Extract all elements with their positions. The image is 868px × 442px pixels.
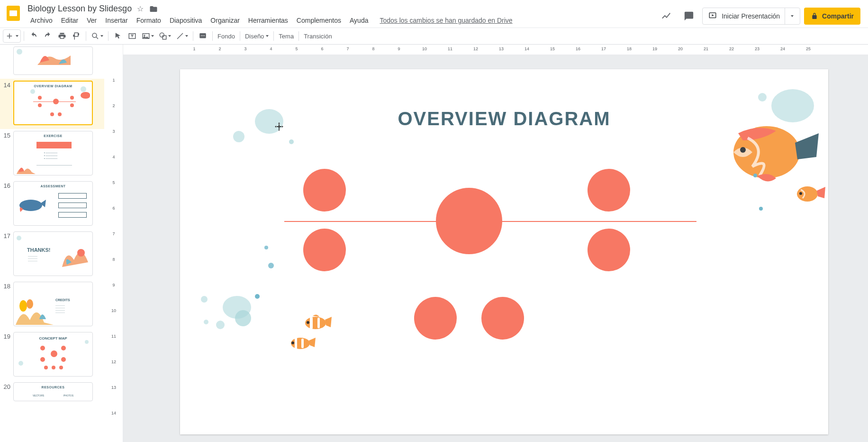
layout-button[interactable]: Diseño: [243, 29, 271, 43]
menu-ayuda[interactable]: Ayuda: [346, 15, 372, 26]
svg-point-11: [77, 249, 85, 257]
vertical-ruler[interactable]: 1 2 3 4 5 6 7 8 9 10 11 12 13 14: [104, 45, 123, 442]
move-to-folder-icon[interactable]: [149, 5, 158, 13]
diagram-node[interactable]: [303, 229, 346, 271]
diagram-node[interactable]: [414, 297, 457, 340]
comments-icon[interactable]: [679, 7, 698, 26]
menu-complementos[interactable]: Complementos: [293, 15, 345, 26]
thumbnail-15[interactable]: 15 EXERCISE • —————• —————• ————— ——————…: [0, 129, 104, 179]
paint-format-button[interactable]: [70, 29, 83, 43]
diagram-node[interactable]: [303, 169, 346, 212]
menu-insertar[interactable]: Insertar: [101, 15, 131, 26]
header-actions: Iniciar Presentación Compartir: [657, 2, 864, 26]
present-button[interactable]: Iniciar Presentación: [702, 8, 800, 25]
star-icon[interactable]: ☆: [136, 4, 145, 13]
fish-illustration[interactable]: [794, 182, 825, 206]
clownfish-illustration[interactable]: [303, 314, 332, 332]
svg-rect-8: [163, 36, 166, 39]
diagram-node[interactable]: [588, 229, 630, 271]
save-status[interactable]: Todos los cambios se han guardado en Dri…: [380, 15, 512, 26]
toolbar: Fondo Diseño Tema Transición: [0, 28, 868, 45]
thumbnail-canvas: CONCEPT MAP: [13, 332, 93, 377]
present-label: Iniciar Presentación: [722, 12, 780, 20]
slides-logo[interactable]: [4, 4, 23, 23]
bubble-decoration[interactable]: [255, 294, 260, 299]
textbox-tool[interactable]: [126, 29, 139, 43]
thumbnail-19[interactable]: 19 CONCEPT MAP: [0, 330, 104, 380]
svg-point-3: [92, 33, 97, 37]
svg-rect-19: [310, 317, 313, 329]
lock-icon: [811, 12, 818, 20]
undo-button[interactable]: [27, 29, 40, 43]
bubble-decoration[interactable]: [753, 174, 757, 177]
thumbnail-20[interactable]: 20 RESOURCES VECTORS PHOTOS: [0, 380, 104, 401]
print-button[interactable]: [55, 29, 69, 43]
caret-down-icon: [168, 35, 171, 37]
thumbnail-18[interactable]: 18 CREDITS ————————————————————: [0, 280, 104, 330]
present-icon: [708, 11, 717, 21]
thumbnail-16[interactable]: 16 ASSESSMENT: [0, 179, 104, 230]
menu-editar[interactable]: Editar: [57, 15, 82, 26]
svg-point-15: [740, 147, 746, 153]
menu-formato[interactable]: Formato: [133, 15, 165, 26]
document-title[interactable]: Biology Lesson by Slidesgo: [27, 4, 132, 14]
new-slide-button[interactable]: [3, 29, 21, 43]
bubble-decoration[interactable]: [235, 310, 251, 326]
transition-button[interactable]: Transición: [302, 29, 334, 43]
horizontal-ruler[interactable]: 1 2 3 4 5 6 7 8 9 10 11 12 13 14 15 16 1…: [123, 45, 868, 55]
fish-illustration[interactable]: [724, 114, 819, 190]
bubble-decoration[interactable]: [759, 207, 763, 211]
thumbnail-canvas: THANKS! ———————————————: [13, 231, 93, 276]
bubble-decoration[interactable]: [201, 296, 208, 303]
thumbnail-canvas: CREDITS ————————————————————: [13, 282, 93, 326]
select-tool[interactable]: [111, 29, 125, 43]
theme-button[interactable]: Tema: [277, 29, 296, 43]
menu-ver[interactable]: Ver: [83, 15, 100, 26]
caret-down-icon: [151, 35, 154, 37]
clownfish-illustration[interactable]: [289, 335, 316, 352]
menu-organizar[interactable]: Organizar: [207, 15, 243, 26]
menu-bar: Archivo Editar Ver Insertar Formato Diap…: [25, 14, 657, 26]
bubble-decoration[interactable]: [204, 320, 208, 324]
zoom-button[interactable]: [89, 29, 105, 43]
shape-tool[interactable]: [157, 29, 173, 43]
thumbnail-panel[interactable]: 14 OVERVIEW DIAGRAM 15 EXERCISE: [0, 45, 104, 442]
caret-down-icon: [791, 15, 794, 17]
menu-archivo[interactable]: Archivo: [27, 15, 56, 26]
share-button[interactable]: Compartir: [804, 8, 860, 25]
present-dropdown[interactable]: [785, 8, 798, 24]
menu-herramientas[interactable]: Herramientas: [244, 15, 292, 26]
bubble-decoration[interactable]: [264, 246, 268, 249]
background-button[interactable]: Fondo: [216, 29, 237, 43]
app-header: Biology Lesson by Slidesgo ☆ Archivo Edi…: [0, 0, 868, 28]
svg-rect-24: [301, 339, 304, 348]
bubble-decoration[interactable]: [233, 131, 244, 142]
stage-wrapper: 1 2 3 4 5 6 7 8 9 10 11 12 13 14 15 16 1…: [123, 45, 868, 442]
slide-canvas[interactable]: OVERVIEW DIAGRAM: [180, 69, 828, 434]
line-tool[interactable]: [174, 29, 190, 43]
svg-rect-20: [317, 318, 320, 328]
thumbnail-canvas: OVERVIEW DIAGRAM: [13, 81, 93, 125]
bubble-decoration[interactable]: [216, 321, 225, 329]
svg-point-25: [291, 341, 294, 344]
svg-point-17: [799, 192, 802, 195]
diagram-node[interactable]: [481, 297, 524, 340]
comment-button[interactable]: [196, 29, 209, 43]
bubble-decoration[interactable]: [289, 139, 294, 144]
slide-stage[interactable]: OVERVIEW DIAGRAM: [123, 55, 868, 442]
thumbnail-canvas: [13, 46, 93, 75]
bubble-decoration[interactable]: [268, 263, 274, 268]
image-tool[interactable]: [140, 29, 156, 43]
thumbnail-canvas: EXERCISE • —————• —————• ————— —————————…: [13, 131, 93, 175]
bubble-decoration[interactable]: [758, 93, 767, 101]
thumbnail-17[interactable]: 17 THANKS! ———————————————: [0, 230, 104, 280]
caret-down-icon: [16, 35, 18, 37]
redo-button[interactable]: [41, 29, 54, 43]
activity-icon[interactable]: [657, 7, 676, 26]
thumbnail-14[interactable]: 14 OVERVIEW DIAGRAM: [0, 79, 104, 129]
diagram-node-center[interactable]: [436, 188, 502, 254]
thumbnail-13[interactable]: [0, 46, 104, 79]
menu-diapositiva[interactable]: Diapositiva: [166, 15, 206, 26]
diagram-node[interactable]: [588, 169, 630, 212]
caret-down-icon: [100, 35, 103, 37]
